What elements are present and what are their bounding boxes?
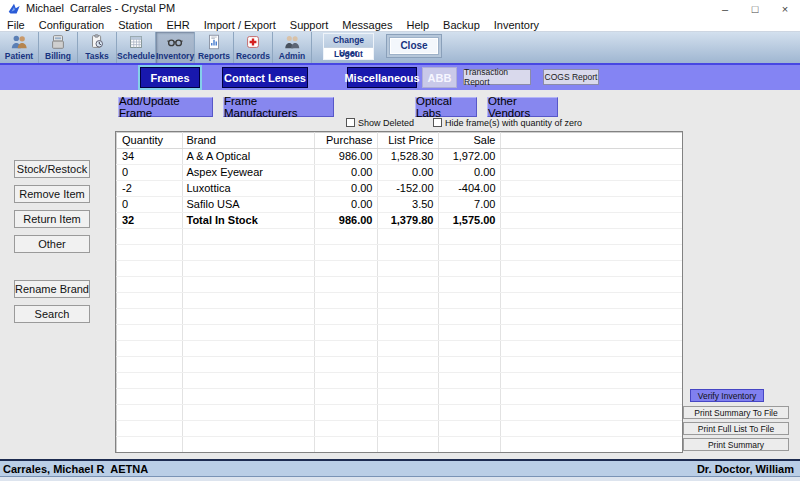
show-deleted-label: Show Deleted <box>358 118 414 128</box>
toolbar-button-label: Admin <box>279 51 305 61</box>
frame-manufacturers-button[interactable]: Frame Manufacturers <box>223 97 334 117</box>
tab-miscellaneous[interactable]: Miscellaneous <box>347 67 417 88</box>
maximize-button[interactable]: □ <box>740 0 770 18</box>
menu-item-file[interactable]: File <box>0 19 32 31</box>
print-summary-to-file-button[interactable]: Print Summary To File <box>683 406 789 419</box>
show-deleted-checkbox[interactable]: Show Deleted <box>346 117 414 128</box>
table-empty-cell <box>438 388 500 404</box>
table-row[interactable]: 0Safilo USA0.003.507.00 <box>116 196 682 212</box>
table-empty-cell <box>377 244 438 260</box>
table-empty-cell <box>116 276 182 292</box>
menu-item-inventory[interactable]: Inventory <box>487 19 546 31</box>
table-cell <box>500 212 682 228</box>
toolbar-button-label: Reports <box>198 51 230 61</box>
toolbar-billing-button[interactable]: Billing <box>39 32 78 64</box>
window-controls: – □ × <box>710 0 800 18</box>
table-cell: 0 <box>116 164 182 180</box>
optical-labs-button[interactable]: Optical Labs <box>415 97 477 117</box>
column-header-list-price: List Price <box>377 132 438 148</box>
print-full-list-to-file-button[interactable]: Print Full List To File <box>683 422 789 435</box>
table-empty-cell <box>377 228 438 244</box>
table-empty-cell <box>438 420 500 436</box>
toolbar-admin-button[interactable]: Admin <box>273 32 312 64</box>
table-row[interactable]: 32Total In Stock986.001,379.801,575.00 <box>116 212 682 228</box>
table-empty-row <box>116 244 682 260</box>
table-empty-cell <box>116 228 182 244</box>
rename-brand-button[interactable]: Rename Brand <box>14 280 90 298</box>
table-empty-row <box>116 340 682 356</box>
table-empty-row <box>116 324 682 340</box>
table-empty-cell <box>182 372 314 388</box>
table-cell: -404.00 <box>438 180 500 196</box>
table-row[interactable]: 34A & A Optical986.001,528.301,972.00 <box>116 148 682 164</box>
hide-zero-quantity-checkbox[interactable]: Hide frame(s) with quantity of zero <box>433 117 582 128</box>
toolbar-tasks-button[interactable]: Tasks <box>78 32 117 64</box>
table-empty-cell <box>377 340 438 356</box>
print-summary-button[interactable]: Print Summary <box>683 438 789 451</box>
table-empty-cell <box>438 308 500 324</box>
other-vendors-button[interactable]: Other Vendors <box>487 97 558 117</box>
table-empty-cell <box>314 228 377 244</box>
table-empty-cell <box>500 404 682 420</box>
table-empty-cell <box>314 420 377 436</box>
toolbar-inventory-button[interactable]: Inventory <box>156 32 195 64</box>
menu-item-help[interactable]: Help <box>399 19 436 31</box>
table-empty-cell <box>438 276 500 292</box>
other-button[interactable]: Other <box>14 235 90 253</box>
tab-frames[interactable]: Frames <box>140 67 200 88</box>
table-cell: 32 <box>116 212 182 228</box>
toolbar-records-button[interactable]: Records <box>234 32 273 64</box>
window-title: Michael Carrales - Crystal PM <box>26 2 175 14</box>
table-empty-cell <box>314 404 377 420</box>
table-row[interactable]: -2Luxottica0.00-152.00-404.00 <box>116 180 682 196</box>
table-empty-cell <box>377 436 438 452</box>
cogs-report-button[interactable]: COGS Report <box>543 69 599 85</box>
table-empty-cell <box>182 388 314 404</box>
table-row[interactable]: 0Aspex Eyewear0.000.000.00 <box>116 164 682 180</box>
menu-item-station[interactable]: Station <box>111 19 159 31</box>
menu-item-support[interactable]: Support <box>283 19 336 31</box>
table-empty-cell <box>438 324 500 340</box>
table-empty-cell <box>314 292 377 308</box>
menu-item-import-export[interactable]: Import / Export <box>197 19 283 31</box>
return-item-button[interactable]: Return Item <box>14 210 90 228</box>
close-button[interactable]: Close <box>390 38 438 54</box>
table-empty-cell <box>182 436 314 452</box>
status-bar: Carrales, Michael R AETNA Dr. Doctor, Wi… <box>0 459 800 477</box>
table-empty-cell <box>438 244 500 260</box>
checkbox-icon[interactable] <box>346 118 355 127</box>
table-header-row: QuantityBrandPurchaseList PriceSale <box>116 132 682 148</box>
menu-item-ehr[interactable]: EHR <box>159 19 196 31</box>
close-window-button[interactable]: × <box>770 0 800 18</box>
menu-item-messages[interactable]: Messages <box>335 19 399 31</box>
menu-item-configuration[interactable]: Configuration <box>32 19 111 31</box>
table-empty-cell <box>314 244 377 260</box>
remove-item-button[interactable]: Remove Item <box>14 185 90 203</box>
table-empty-cell <box>438 436 500 452</box>
logout-button[interactable]: Logout <box>324 47 373 59</box>
table-empty-row <box>116 436 682 452</box>
table-empty-cell <box>182 308 314 324</box>
toolbar-reports-button[interactable]: Reports <box>195 32 234 64</box>
minimize-button[interactable]: – <box>710 0 740 18</box>
table-empty-cell <box>182 260 314 276</box>
toolbar-patient-button[interactable]: Patient <box>0 32 39 64</box>
toolbar-schedule-button[interactable]: Schedule <box>117 32 156 64</box>
table-empty-cell <box>182 340 314 356</box>
verify-inventory-button[interactable]: Verify Inventory <box>690 389 764 402</box>
transaction-report-button[interactable]: Transaction Report <box>463 69 531 85</box>
stock-restock-button[interactable]: Stock/Restock <box>14 160 90 178</box>
inventory-table[interactable]: QuantityBrandPurchaseList PriceSale34A &… <box>116 132 683 453</box>
add-update-frame-button[interactable]: Add/Update Frame <box>118 97 213 117</box>
toolbar-button-label: Tasks <box>85 51 108 61</box>
search-button[interactable]: Search <box>14 305 90 323</box>
table-empty-cell <box>182 276 314 292</box>
table-empty-cell <box>377 292 438 308</box>
checkbox-icon[interactable] <box>433 118 442 127</box>
tab-contact-lenses[interactable]: Contact Lenses <box>222 67 308 88</box>
table-cell: 3.50 <box>377 196 438 212</box>
table-cell: A & A Optical <box>182 148 314 164</box>
menu-item-backup[interactable]: Backup <box>436 19 487 31</box>
change-user-button[interactable]: Change User <box>324 34 373 47</box>
toolbar-button-label: Inventory <box>156 51 194 61</box>
